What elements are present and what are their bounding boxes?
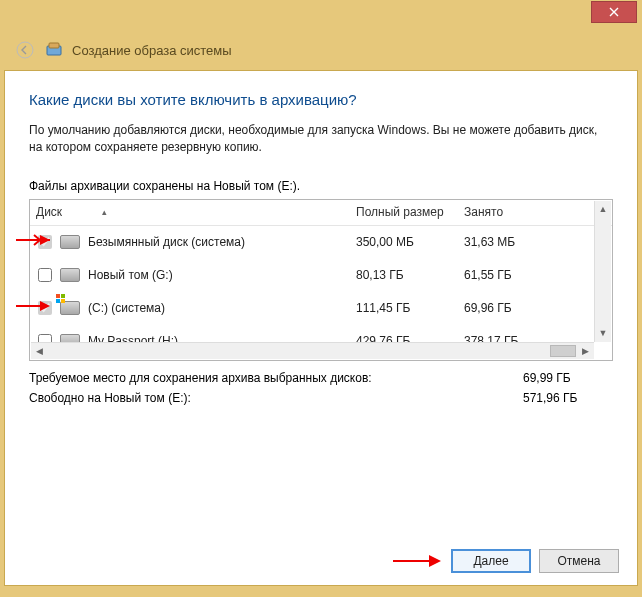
column-header-disk-label: Диск [36,205,62,219]
disk-size: 350,00 МБ [350,235,458,249]
page-heading: Какие диски вы хотите включить в архивац… [29,91,613,108]
horizontal-scrollbar[interactable]: ◀ ▶ [31,342,594,359]
table-row[interactable]: Безымянный диск (система)350,00 МБ31,63 … [30,226,612,259]
wizard-footer: Далее Отмена [5,537,637,585]
titlebar [4,0,638,30]
free-space-label: Свободно на Новый том (E:): [29,391,523,405]
window-title: Создание образа системы [72,43,232,58]
disk-size: 111,45 ГБ [350,301,458,315]
wizard-body: Какие диски вы хотите включить в архивац… [4,70,638,586]
app-icon [46,42,62,58]
disk-name: Безымянный диск (система) [88,235,245,249]
scroll-up-icon[interactable]: ▲ [595,201,611,218]
back-button[interactable] [14,39,36,61]
disk-used: 69,96 ГБ [458,301,558,315]
drive-icon [60,268,80,282]
page-description: По умолчанию добавляются диски, необходи… [29,122,613,157]
disk-used: 61,55 ГБ [458,268,558,282]
sort-indicator-icon: ▴ [102,207,107,217]
drive-icon [60,301,80,315]
window-chrome: Создание образа системы Какие диски вы х… [0,0,642,597]
cancel-button[interactable]: Отмена [539,549,619,573]
disk-checkbox [38,301,52,315]
scroll-left-icon[interactable]: ◀ [31,343,48,359]
scroll-thumb[interactable] [550,345,576,357]
summary: Требуемое место для сохранения архива вы… [29,371,613,411]
disk-checkbox[interactable] [38,268,52,282]
disk-table: Диск ▴ Полный размер Занято Безымянный д… [29,199,613,361]
table-row[interactable]: (C:) (система)111,45 ГБ69,96 ГБ [30,292,612,325]
disk-name: Новый том (G:) [88,268,173,282]
vertical-scrollbar[interactable]: ▲ ▼ [594,201,611,342]
required-space-label: Требуемое место для сохранения архива вы… [29,371,523,385]
wizard-header: Создание образа системы [4,30,638,70]
close-button[interactable] [591,1,637,23]
close-icon [609,7,619,17]
svg-point-0 [17,42,33,58]
disk-checkbox [38,235,52,249]
next-button[interactable]: Далее [451,549,531,573]
column-header-size[interactable]: Полный размер [350,205,458,219]
scroll-down-icon[interactable]: ▼ [595,325,611,342]
disk-name: (C:) (система) [88,301,165,315]
free-space-value: 571,96 ГБ [523,391,613,405]
annotation-arrow-icon [393,554,441,568]
drive-icon [60,235,80,249]
backup-location-text: Файлы архивации сохранены на Новый том (… [29,179,613,193]
column-header-disk[interactable]: Диск ▴ [30,205,350,219]
disk-used: 31,63 МБ [458,235,558,249]
scroll-right-icon[interactable]: ▶ [577,343,594,359]
svg-rect-2 [49,43,59,48]
column-header-used[interactable]: Занято [458,205,558,219]
back-arrow-icon [16,41,34,59]
table-body: Безымянный диск (система)350,00 МБ31,63 … [30,226,612,360]
required-space-value: 69,99 ГБ [523,371,613,385]
table-row[interactable]: Новый том (G:)80,13 ГБ61,55 ГБ [30,259,612,292]
table-header: Диск ▴ Полный размер Занято [30,200,612,226]
disk-size: 80,13 ГБ [350,268,458,282]
